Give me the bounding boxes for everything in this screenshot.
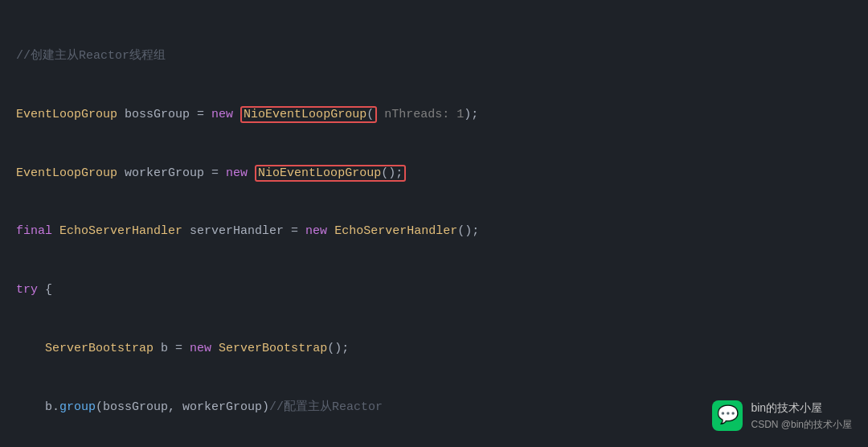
watermark-icon: 💬: [712, 400, 743, 431]
code-line-1: //创建主从Reactor线程组: [16, 47, 852, 67]
code-block: //创建主从Reactor线程组 EventLoopGroup bossGrou…: [0, 0, 868, 447]
code-line-4: final EchoServerHandler serverHandler = …: [16, 222, 852, 242]
code-line-3: EventLoopGroup workerGroup = new NioEven…: [16, 164, 852, 184]
code-line-5: try {: [16, 281, 852, 301]
watermark-title: bin的技术小屋: [751, 399, 852, 416]
watermark: 💬 bin的技术小屋 CSDN @bin的技术小屋: [712, 399, 852, 433]
watermark-subtitle: CSDN @bin的技术小屋: [751, 417, 852, 433]
watermark-text-block: bin的技术小屋 CSDN @bin的技术小屋: [751, 399, 852, 433]
code-line-2: EventLoopGroup bossGroup = new NioEventL…: [16, 105, 852, 125]
code-line-6: ServerBootstrap b = new ServerBootstrap(…: [16, 339, 852, 359]
